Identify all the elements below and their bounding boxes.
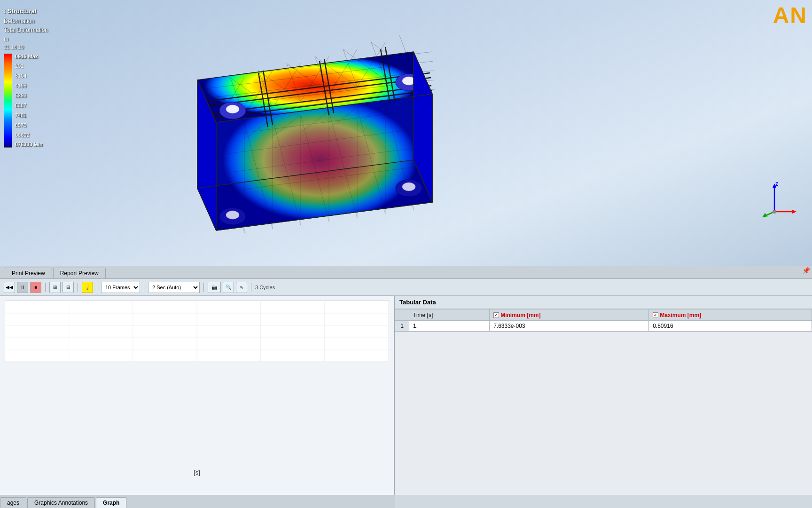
scale-val-1: 201 — [15, 63, 43, 69]
svg-point-66 — [226, 105, 239, 113]
svg-point-92 — [773, 210, 776, 214]
cycles-label: 3 Cycles — [255, 285, 275, 290]
graph-svg — [5, 301, 389, 362]
legend-total: Total Deformation — [4, 26, 78, 34]
sep3 — [97, 283, 97, 292]
stop-button[interactable]: ■ — [30, 282, 41, 293]
scale-val-5: 6387 — [15, 103, 43, 108]
fem-model-container[interactable] — [141, 9, 470, 254]
export-button[interactable]: 📷 — [208, 282, 221, 293]
col-max-header[interactable]: ✓ Maximum [mm] — [649, 310, 812, 321]
table-row: 1 1. 7.6333e-003 0.80916 — [395, 321, 812, 332]
row-min: 7.6333e-003 — [490, 321, 649, 332]
max-checkbox[interactable]: ✓ — [653, 312, 658, 318]
tab-graphics-annotations[interactable]: Graphics Annotations — [27, 497, 95, 508]
color-bar — [4, 54, 12, 148]
sep5 — [203, 283, 204, 292]
row-time: 1. — [409, 321, 490, 332]
content-split: [s] Tabular Data Time [s] ✓ Minimum [mm] — [0, 296, 812, 495]
scale-val-7: 8575 — [15, 122, 43, 128]
legend-type: : Structural — [4, 7, 78, 16]
legend-date: 21 18:19 — [4, 44, 78, 50]
sep4 — [144, 283, 144, 292]
scale-val-3: 4198 — [15, 83, 43, 88]
col-index-header — [395, 310, 409, 321]
grid-2-button[interactable]: ⊟ — [62, 282, 74, 293]
scale-val-6: 7481 — [15, 112, 43, 118]
max-col-check-group: ✓ Maximum [mm] — [653, 312, 701, 318]
tab-print-preview[interactable]: Print Preview — [5, 268, 52, 278]
coord-axes: Z — [760, 181, 798, 219]
tabular-title: Tabular Data — [395, 296, 812, 309]
duration-dropdown[interactable]: 2 Sec (Auto) — [148, 282, 200, 293]
scale-val-8: 06692 — [15, 132, 43, 138]
graph-x-axis-label: [s] — [194, 469, 200, 476]
pin-icon[interactable]: 📌 — [802, 267, 810, 274]
ansys-logo: AN — [773, 2, 807, 28]
grid-1-button[interactable]: ⊞ — [49, 282, 61, 293]
lightbulb-button[interactable]: 💡 — [82, 282, 93, 293]
min-col-check-group: ✓ Minimum [mm] — [493, 312, 540, 318]
viewport-3d[interactable]: AN : Structural Deformation Total Deform… — [0, 0, 812, 266]
graph-panel: [s] — [0, 296, 395, 495]
min-checkbox[interactable]: ✓ — [493, 312, 499, 318]
scale-max: 0916 Max — [15, 54, 43, 59]
graph-area — [5, 301, 389, 362]
bottom-panel: Print Preview Report Preview ◀◀ ⏸ ■ ⊞ ⊟ … — [0, 266, 812, 508]
legend-panel: : Structural Deformation Total Deformati… — [0, 5, 82, 150]
max-col-label: Maximum [mm] — [660, 312, 701, 318]
legend-deformation: Deformation — [4, 17, 78, 25]
tab-graph[interactable]: Graph — [96, 497, 126, 508]
sep6 — [251, 283, 251, 292]
animation-toolbar: ◀◀ ⏸ ■ ⊞ ⊟ 💡 10 Frames 2 Sec (Auto) 📷 🔍 … — [0, 279, 812, 296]
col-min-header[interactable]: ✓ Minimum [mm] — [490, 310, 649, 321]
tab-bar: Print Preview Report Preview — [0, 266, 812, 279]
scale-val-4: 5293 — [15, 93, 43, 98]
frames-dropdown[interactable]: 10 Frames — [101, 282, 140, 293]
row-max: 0.80916 — [649, 321, 812, 332]
row-index: 1 — [395, 321, 409, 332]
fem-svg — [141, 9, 470, 245]
col-time-header: Time [s] — [409, 310, 490, 321]
tab-images[interactable]: ages — [0, 497, 26, 508]
bottom-tab-bar: ages Graphics Annotations Graph — [0, 495, 395, 508]
zoom-button[interactable]: 🔍 — [223, 282, 234, 293]
waveform-button[interactable]: ∿ — [236, 282, 247, 293]
tab-report-preview[interactable]: Report Preview — [53, 268, 106, 278]
svg-marker-89 — [792, 210, 796, 214]
color-scale: 0916 Max 201 8104 4198 5293 6387 7481 85… — [4, 54, 78, 148]
sep1 — [45, 283, 46, 292]
min-col-label: Minimum [mm] — [500, 312, 540, 318]
scale-labels: 0916 Max 201 8104 4198 5293 6387 7481 85… — [12, 54, 43, 148]
scale-min: 076333 Min — [15, 142, 43, 147]
tabular-table: Time [s] ✓ Minimum [mm] ✓ Maximum [mm] — [395, 309, 812, 332]
scale-val-2: 8104 — [15, 73, 43, 79]
sep2 — [78, 283, 78, 292]
pause-button[interactable]: ⏸ — [17, 282, 28, 293]
svg-text:Z: Z — [775, 182, 778, 187]
tabular-data-panel: Tabular Data Time [s] ✓ Minimum [mm] — [395, 296, 812, 495]
play-back-button[interactable]: ◀◀ — [4, 282, 15, 293]
legend-unit: m — [4, 35, 78, 43]
svg-point-72 — [402, 183, 415, 191]
svg-point-70 — [226, 211, 239, 219]
